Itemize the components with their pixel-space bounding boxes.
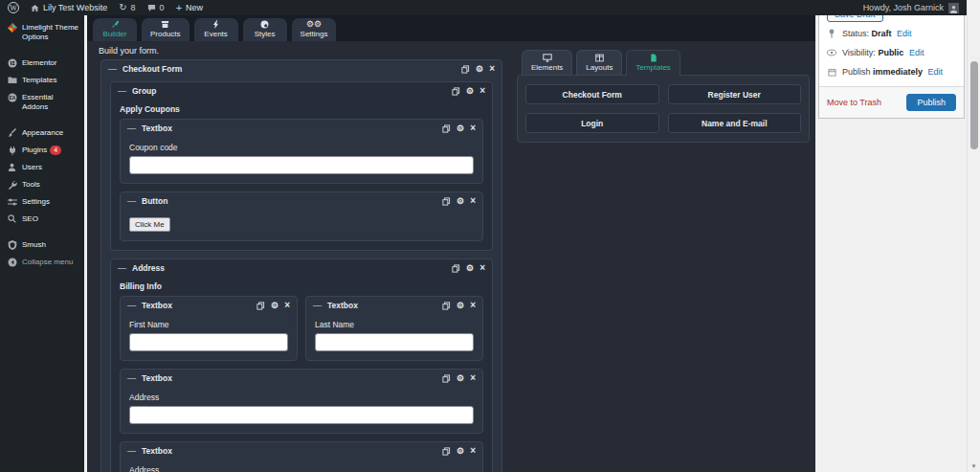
sidebar-item-label: Essential Addons	[22, 93, 80, 112]
tab-products[interactable]: Products	[142, 18, 189, 41]
duplicate-icon[interactable]	[442, 197, 451, 206]
coupon-code-input[interactable]	[129, 156, 474, 174]
gear-icon[interactable]: ⚙	[457, 124, 464, 133]
collapse-dash-icon[interactable]: —	[108, 64, 117, 74]
click-me-button[interactable]: Click Me	[129, 217, 170, 232]
block-header[interactable]: — Textbox ⚙ ×	[121, 442, 482, 460]
template-button-checkout-form[interactable]: Checkout Form	[525, 84, 659, 104]
gear-icon[interactable]: ⚙	[466, 87, 474, 96]
tab-styles[interactable]: Styles	[243, 18, 287, 41]
wordpress-logo-icon[interactable]: W	[8, 2, 19, 13]
block-header[interactable]: — Textbox ⚙ ×	[121, 297, 297, 314]
close-icon[interactable]: ×	[470, 124, 476, 132]
last-name-input[interactable]	[315, 333, 474, 351]
edit-status-link[interactable]: Edit	[897, 29, 912, 38]
close-icon[interactable]: ×	[479, 87, 485, 95]
tab-settings[interactable]: ⚙⚙ Settings	[292, 18, 337, 41]
sidebar-item-collapse-menu[interactable]: Collapse menu	[0, 254, 84, 271]
template-button-register-user[interactable]: Register User	[668, 84, 802, 104]
howdy-account-link[interactable]: Howdy, Josh Garnick	[863, 3, 944, 12]
duplicate-icon[interactable]	[256, 302, 265, 310]
sidebar-item-essential-addons[interactable]: EA Essential Addons	[0, 89, 84, 116]
template-button-login[interactable]: Login	[525, 113, 659, 133]
post-status-pin-icon	[827, 29, 836, 38]
template-button-name-and-email[interactable]: Name and E-mail	[668, 113, 802, 133]
first-name-input[interactable]	[129, 333, 288, 351]
block-header[interactable]: — Checkout Form ⚙ ×	[101, 60, 501, 78]
close-icon[interactable]: ×	[470, 447, 476, 455]
edit-publish-time-link[interactable]: Edit	[928, 67, 944, 77]
sidebar-item-label: Smush	[22, 240, 46, 250]
close-icon[interactable]: ×	[479, 264, 485, 272]
sidebar-item-label: Plugins4	[22, 146, 61, 155]
collapse-dash-icon[interactable]: —	[118, 86, 126, 96]
sidebar-item-elementor[interactable]: Elementor	[0, 55, 84, 72]
tab-templates[interactable]: Templates	[626, 50, 679, 76]
visibility-row: Visibility: Public Edit	[819, 43, 964, 62]
gear-icon[interactable]: ⚙	[457, 374, 464, 383]
block-header[interactable]: — Textbox ⚙ ×	[121, 120, 482, 137]
duplicate-icon[interactable]	[442, 302, 451, 310]
close-icon[interactable]: ×	[284, 302, 290, 309]
block-header[interactable]: — Address ⚙ ×	[111, 259, 492, 277]
block-header[interactable]: — Textbox ⚙ ×	[121, 370, 482, 387]
duplicate-icon[interactable]	[452, 264, 460, 273]
sidebar-item-limelight-theme-options[interactable]: Limelight Theme Options	[0, 19, 84, 46]
gear-icon[interactable]: ⚙	[457, 197, 464, 206]
gear-icon[interactable]: ⚙	[457, 447, 464, 456]
edit-visibility-link[interactable]: Edit	[909, 48, 924, 57]
comments-link[interactable]: 0	[147, 3, 165, 12]
close-icon[interactable]: ×	[470, 302, 476, 309]
sidebar-item-tools[interactable]: Tools	[0, 176, 84, 193]
block-address: — Address ⚙ × Billing Info	[110, 258, 493, 472]
sidebar-item-plugins[interactable]: Plugins4	[0, 142, 84, 159]
close-icon[interactable]: ×	[489, 65, 495, 73]
sidebar-item-settings[interactable]: Settings	[0, 193, 84, 211]
tab-elements[interactable]: Elements	[522, 50, 572, 75]
tab-label: Products	[150, 30, 181, 38]
duplicate-icon[interactable]	[442, 374, 451, 383]
collapse-dash-icon[interactable]: —	[127, 301, 136, 310]
collapse-dash-icon[interactable]: —	[127, 373, 136, 383]
new-content-link[interactable]: + New	[176, 3, 203, 12]
collapse-dash-icon[interactable]: —	[118, 263, 126, 273]
comments-count: 0	[160, 3, 165, 12]
collapse-dash-icon[interactable]: —	[127, 124, 136, 133]
collapse-dash-icon[interactable]: —	[127, 446, 136, 456]
tab-builder[interactable]: Builder	[93, 18, 137, 41]
block-title: Textbox	[142, 373, 172, 383]
calendar-icon	[827, 68, 836, 77]
duplicate-icon[interactable]	[442, 447, 451, 456]
sidebar-item-users[interactable]: Users	[0, 159, 84, 176]
gear-icon[interactable]: ⚙	[457, 302, 464, 310]
block-header[interactable]: — Group ⚙ ×	[111, 82, 492, 100]
close-icon[interactable]: ×	[470, 197, 476, 205]
move-to-trash-link[interactable]: Move to Trash	[827, 98, 881, 107]
tab-layouts[interactable]: Layouts	[576, 50, 622, 75]
sidebar-item-seo[interactable]: SEO	[0, 211, 84, 228]
gear-icon[interactable]: ⚙	[476, 65, 483, 74]
gear-icon[interactable]: ⚙	[466, 264, 474, 273]
block-header[interactable]: — Button ⚙ ×	[121, 192, 482, 210]
block-header[interactable]: — Textbox ⚙ ×	[306, 297, 482, 314]
scrollbar-down-arrow[interactable]: ▾	[968, 462, 980, 470]
group-section-label: Apply Coupons	[120, 104, 483, 114]
collapse-dash-icon[interactable]: —	[313, 301, 322, 310]
collapse-dash-icon[interactable]: —	[127, 196, 136, 206]
duplicate-icon[interactable]	[442, 124, 451, 133]
avatar[interactable]	[948, 3, 959, 13]
tab-events[interactable]: Events	[194, 18, 238, 41]
publish-button[interactable]: Publish	[906, 94, 956, 111]
duplicate-icon[interactable]	[461, 65, 470, 74]
address-input[interactable]	[129, 406, 474, 424]
sidebar-item-appearance[interactable]: Appearance	[0, 124, 84, 142]
site-name-link[interactable]: Lily Test Website	[31, 3, 107, 12]
updates-link[interactable]: ↻ 8	[119, 3, 135, 12]
duplicate-icon[interactable]	[452, 87, 460, 96]
close-icon[interactable]: ×	[470, 374, 476, 382]
scrollbar-thumb[interactable]	[970, 61, 978, 149]
sidebar-item-templates[interactable]: Templates	[0, 72, 84, 89]
sidebar-item-smush[interactable]: Smush	[0, 236, 84, 254]
rocket-icon	[111, 20, 120, 29]
gear-icon[interactable]: ⚙	[271, 302, 278, 310]
